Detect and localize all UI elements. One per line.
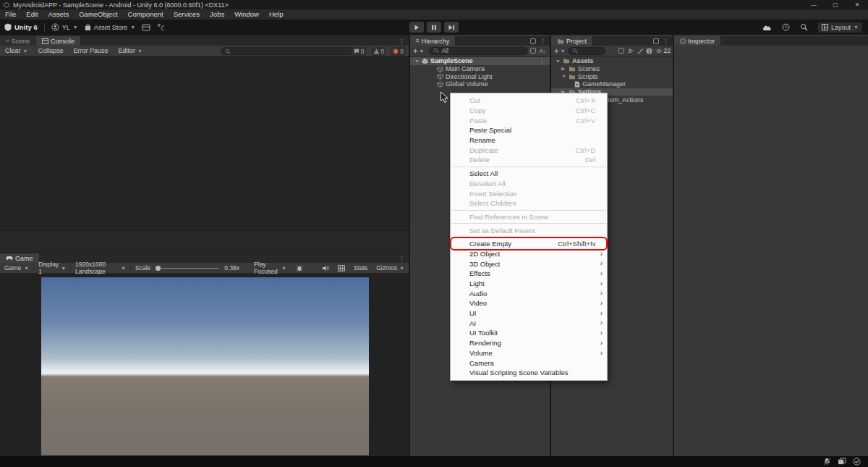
menu-item-deselect-all[interactable]: Deselect All <box>451 179 607 189</box>
mute-audio-button[interactable] <box>318 263 333 274</box>
open-in-search-icon[interactable] <box>618 48 624 54</box>
menu-item-delete[interactable]: Delete Del <box>451 155 607 165</box>
hidden-count-toggle[interactable]: 22 <box>655 47 671 54</box>
menu-component[interactable]: Component <box>123 9 169 20</box>
tab-inspector[interactable]: i Inspector <box>674 36 721 46</box>
console-search-input[interactable] <box>221 47 362 55</box>
menu-file[interactable]: File <box>0 9 21 20</box>
menu-edit[interactable]: Edit <box>21 9 43 20</box>
panel-menu-icon[interactable]: ⋮ <box>663 38 669 45</box>
search-button[interactable] <box>800 23 808 31</box>
sparkles-button[interactable] <box>157 23 166 31</box>
clear-button[interactable]: Clear ▼ <box>0 46 33 56</box>
menu-item-invert-selection[interactable]: Invert Selection <box>451 188 607 198</box>
step-button[interactable] <box>444 22 459 33</box>
menu-item-ui[interactable]: UI › <box>451 308 607 319</box>
scale-slider[interactable] <box>156 268 219 269</box>
sort-icon[interactable]: A↓ <box>540 48 546 54</box>
project-add-dropdown[interactable]: +▼ <box>551 47 568 55</box>
menu-item-set-as-default-parent[interactable]: Set as Default Parent <box>451 225 607 235</box>
panel-menu-icon[interactable]: ⋮ <box>399 38 405 45</box>
cache-layers-icon[interactable] <box>838 458 846 466</box>
history-button[interactable] <box>782 23 790 31</box>
tab-game[interactable]: Game <box>0 253 40 263</box>
menu-item-cut[interactable]: Cut Ctrl+X <box>451 96 607 106</box>
game-view-dropdown[interactable]: Game ▼ <box>0 263 34 274</box>
scale-slider-thumb[interactable] <box>156 266 161 271</box>
play-button[interactable] <box>409 22 424 33</box>
menu-item-light[interactable]: Light › <box>451 279 607 289</box>
menu-jobs[interactable]: Jobs <box>205 9 229 20</box>
console-log-list[interactable] <box>0 57 409 252</box>
info-circle-icon[interactable] <box>646 48 652 54</box>
menu-item-rename[interactable]: Rename <box>451 135 607 146</box>
warning-count-toggle[interactable]: 0 <box>371 47 387 56</box>
error-count-toggle[interactable]: 0 <box>391 47 406 56</box>
play-focused-dropdown[interactable]: Play Focused ▼ <box>250 263 292 274</box>
project-item-assets[interactable]: ▼ Assets <box>551 57 673 65</box>
menu-item-find-references-in-scene[interactable]: Find References in Scene <box>451 212 607 222</box>
display-dropdown[interactable]: Display 1 ▼ <box>34 263 71 274</box>
menu-item-duplicate[interactable]: Duplicate Ctrl+D <box>451 145 607 155</box>
hierarchy-search-input[interactable]: All <box>429 47 527 55</box>
menu-item-audio[interactable]: Audio › <box>451 288 607 298</box>
hierarchy-add-dropdown[interactable]: +▼ <box>410 47 427 55</box>
error-pause-button[interactable]: Error Pause <box>68 46 113 56</box>
close-button[interactable]: ✕ <box>846 0 868 9</box>
menu-item-camera[interactable]: Camera <box>451 358 607 368</box>
menu-item-2d-object[interactable]: 2D Object › <box>451 249 607 259</box>
menu-item-select-all[interactable]: Select All <box>451 169 607 179</box>
unity-version-badge[interactable]: Unity 6 <box>4 23 38 31</box>
project-item-scenes[interactable]: ▶ Scenes <box>551 65 673 73</box>
editor-dropdown[interactable]: Editor ▼ <box>114 46 148 56</box>
panel-dock-icon[interactable] <box>530 38 536 44</box>
menu-item-visual-scripting-scene-variables[interactable]: Visual Scripting Scene Variables <box>451 368 607 378</box>
cloud-button[interactable] <box>762 24 772 31</box>
hierarchy-item-directional-light[interactable]: Directional Light <box>410 72 550 80</box>
stats-toggle[interactable]: Stats <box>349 263 372 274</box>
menu-help[interactable]: Help <box>264 9 289 20</box>
menu-item-3d-object[interactable]: 3D Object › <box>451 258 607 269</box>
menu-item-effects[interactable]: Effects › <box>451 269 607 279</box>
menu-services[interactable]: Services <box>169 9 205 20</box>
menu-item-ui-toolkit[interactable]: UI Toolkit › <box>451 328 607 338</box>
menu-item-create-empty[interactable]: Create Empty Ctrl+Shift+N <box>451 239 607 249</box>
tab-scene[interactable]: ⌗ Scene <box>0 36 36 46</box>
asset-store-button[interactable]: Asset Store ▼ <box>85 23 135 31</box>
scene-picking-icon[interactable] <box>530 48 536 54</box>
project-item-scripts[interactable]: ▼ Scripts <box>551 72 673 80</box>
aspect-ratio-dropdown[interactable]: 1920x1080 Landscape ▼ <box>71 263 131 274</box>
layout-dropdown[interactable]: Layout ▼ <box>818 22 862 33</box>
collapse-button[interactable]: Collapse <box>33 46 68 56</box>
capture-button[interactable] <box>292 263 307 274</box>
menu-item-video[interactable]: Video › <box>451 298 607 308</box>
maximize-button[interactable]: ▢ <box>825 0 846 9</box>
menu-item-copy[interactable]: Copy Ctrl+C <box>451 106 607 116</box>
paintbrush-icon[interactable] <box>637 48 643 54</box>
menu-item-select-children[interactable]: Select Children <box>451 198 607 209</box>
menu-item-volume[interactable]: Volume › <box>451 348 607 358</box>
pause-button[interactable] <box>427 22 441 33</box>
vsync-grid-button[interactable] <box>333 263 349 274</box>
project-search-input[interactable] <box>568 47 605 55</box>
menu-item-ai[interactable]: AI › <box>451 318 607 328</box>
project-item-gamemanager[interactable]: # GameManager <box>551 80 673 88</box>
tab-hierarchy[interactable]: ≡ Hierarchy <box>410 36 456 46</box>
tab-console[interactable]: Console <box>36 36 81 46</box>
muted-bell-icon[interactable] <box>823 458 831 466</box>
expand-caret-icon[interactable]: ▼ <box>414 59 420 64</box>
menu-item-rendering[interactable]: Rendering › <box>451 338 607 348</box>
account-dropdown[interactable]: YL ▼ <box>51 23 78 31</box>
minimize-button[interactable]: — <box>803 0 825 9</box>
hierarchy-item-samplescene[interactable]: ▼ SampleScene ⋮ <box>410 57 550 65</box>
scene-options-icon[interactable]: ⋮ <box>539 57 550 64</box>
panel-menu-icon[interactable]: ⋮ <box>540 38 546 45</box>
gizmos-dropdown[interactable]: Gizmos ▼ <box>372 263 409 274</box>
hierarchy-item-global-volume[interactable]: Global Volume <box>410 80 550 88</box>
menu-assets[interactable]: Assets <box>43 9 75 20</box>
menu-window[interactable]: Window <box>229 9 264 20</box>
panel-dock-icon[interactable] <box>653 38 659 44</box>
hierarchy-item-main-camera[interactable]: Main Camera <box>410 65 550 73</box>
expand-caret-icon[interactable]: ▼ <box>561 74 566 79</box>
message-count-toggle[interactable]: 0 <box>352 47 367 56</box>
